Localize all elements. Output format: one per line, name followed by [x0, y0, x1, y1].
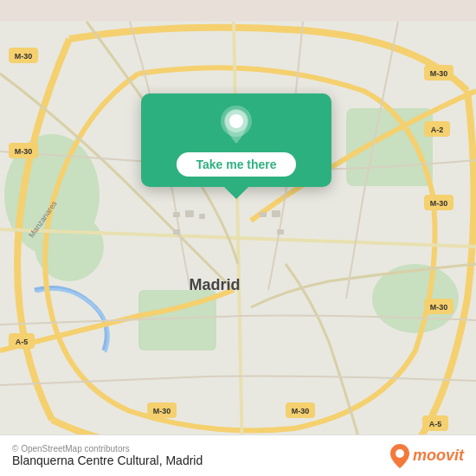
moovit-pin-icon [390, 444, 409, 468]
svg-rect-30 [199, 214, 205, 219]
location-name: Blanquerna Centre Cultural, Madrid [12, 453, 203, 467]
svg-text:M-30: M-30 [15, 147, 33, 156]
moovit-brand-text: moovit [413, 447, 464, 465]
map-container: M-30 M-30 M-30 M-30 M-30 M-30 M-30 A-2 A… [0, 0, 476, 476]
svg-rect-32 [272, 210, 280, 217]
bottom-left-section: © OpenStreetMap contributors Blanquerna … [12, 444, 203, 467]
pin-icon [217, 106, 255, 144]
svg-text:M-30: M-30 [153, 407, 171, 415]
svg-text:A-5: A-5 [429, 420, 442, 428]
svg-rect-29 [185, 210, 194, 217]
svg-text:A-5: A-5 [16, 338, 29, 346]
svg-text:M-30: M-30 [15, 52, 33, 61]
svg-text:M-30: M-30 [430, 303, 448, 312]
svg-rect-31 [260, 212, 267, 217]
svg-text:M-30: M-30 [292, 407, 310, 415]
svg-rect-28 [173, 212, 180, 217]
svg-rect-33 [173, 229, 180, 235]
take-me-there-button[interactable]: Take me there [177, 152, 295, 177]
svg-text:M-30: M-30 [430, 199, 448, 208]
bottom-bar: © OpenStreetMap contributors Blanquerna … [0, 434, 476, 476]
location-card: Take me there [141, 93, 331, 187]
svg-rect-34 [277, 229, 284, 235]
svg-text:A-2: A-2 [431, 125, 444, 134]
svg-point-38 [396, 449, 404, 458]
osm-attribution: © OpenStreetMap contributors [12, 444, 203, 453]
svg-text:M-30: M-30 [430, 69, 448, 78]
moovit-logo: moovit [390, 444, 464, 468]
svg-text:Madrid: Madrid [189, 276, 240, 293]
